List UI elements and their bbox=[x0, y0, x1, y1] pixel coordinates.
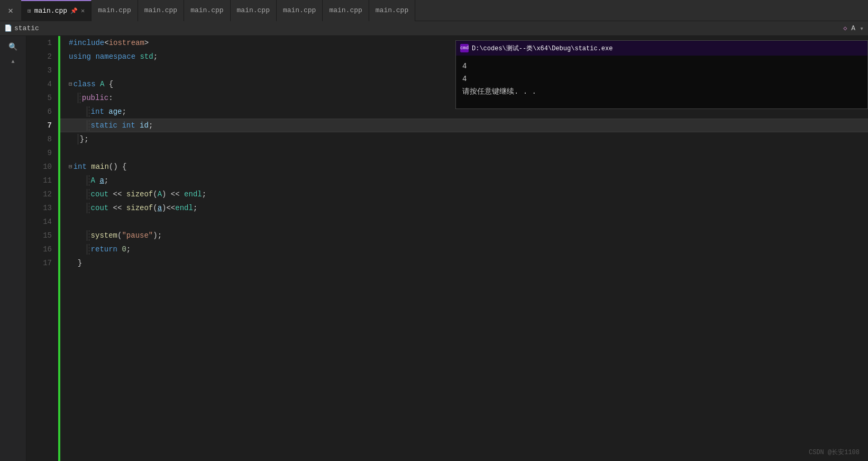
terminal-title: D:\codes\测试--类\x64\Debug\static.exe bbox=[472, 44, 613, 53]
indent-guide bbox=[87, 189, 88, 200]
indent-guide bbox=[78, 93, 79, 103]
close-all-button[interactable]: ✕ bbox=[0, 0, 21, 21]
tab-main-cpp-2[interactable]: main.cpp bbox=[92, 0, 138, 21]
indent-guide-2 bbox=[89, 230, 90, 241]
terminal-title-bar: cmd D:\codes\测试--类\x64\Debug\static.exe bbox=[456, 41, 867, 56]
watermark: CSDN @长安1108 bbox=[809, 448, 860, 457]
terminal-icon: cmd bbox=[460, 44, 469, 52]
tab-close-button[interactable]: ✕ bbox=[81, 7, 85, 15]
indent-guide-2 bbox=[80, 93, 81, 103]
tab-label: main.cpp bbox=[283, 6, 316, 14]
tab-label: main.cpp bbox=[329, 6, 362, 14]
tab-label: main.cpp bbox=[237, 6, 270, 14]
code-line-16: return 0; bbox=[60, 242, 868, 256]
code-line-10: ⊟int main() { bbox=[60, 160, 868, 174]
indent-guide bbox=[87, 106, 88, 117]
tab-main-cpp-4[interactable]: main.cpp bbox=[184, 0, 230, 21]
tab-main-cpp-active[interactable]: ⊞ main.cpp 📌 ✕ bbox=[21, 0, 92, 21]
breadcrumb-bar: 📄 static ◇ A ▾ bbox=[0, 21, 868, 36]
indent-guide-2 bbox=[89, 244, 90, 255]
tab-pin-icon: 📌 bbox=[70, 7, 78, 14]
tab-label: main.cpp bbox=[98, 6, 131, 14]
tab-main-cpp-5[interactable]: main.cpp bbox=[231, 0, 277, 21]
terminal-icon-text: cmd bbox=[460, 46, 469, 51]
indent-guide bbox=[78, 134, 79, 144]
terminal-output-line-1: 4 bbox=[462, 60, 861, 73]
code-line-9 bbox=[60, 146, 868, 160]
breadcrumb-file-icon: 📄 bbox=[4, 24, 12, 32]
code-line-8: }; bbox=[60, 132, 868, 146]
tab-main-cpp-7[interactable]: main.cpp bbox=[323, 0, 369, 21]
indent-guide bbox=[87, 120, 88, 131]
indent-guide-2 bbox=[89, 120, 90, 131]
code-editor[interactable]: #include<iostream> using namespace std; … bbox=[60, 36, 868, 461]
code-line-12: cout << sizeof(A) << endl; bbox=[60, 187, 868, 201]
tab-main-cpp-8[interactable]: main.cpp bbox=[369, 0, 415, 21]
terminal-window: cmd D:\codes\测试--类\x64\Debug\static.exe … bbox=[455, 40, 868, 109]
tab-main-cpp-6[interactable]: main.cpp bbox=[277, 0, 323, 21]
breadcrumb-dropdown-arrow[interactable]: ▾ bbox=[860, 24, 864, 33]
fold-icon-10[interactable]: ⊟ bbox=[69, 160, 72, 174]
code-line-14 bbox=[60, 215, 868, 229]
tab-label: main.cpp bbox=[34, 7, 67, 15]
tab-main-cpp-3[interactable]: main.cpp bbox=[138, 0, 184, 21]
editor-container: 🔍 ▲ 1 2 3 4 5 6 7 8 9 10 11 12 13 14 15 … bbox=[0, 36, 868, 461]
scroll-up-button[interactable]: ▲ bbox=[10, 58, 15, 66]
indent-guide-2 bbox=[89, 175, 90, 186]
line-numbers-gutter: 1 2 3 4 5 6 7 8 9 10 11 12 13 14 15 16 1… bbox=[26, 36, 58, 461]
breadcrumb-symbol-icon: ◇ bbox=[843, 24, 847, 32]
terminal-content: 4 4 请按任意键继续. . . bbox=[456, 56, 867, 109]
tab-bar: ✕ ⊞ main.cpp 📌 ✕ main.cpp main.cpp main.… bbox=[0, 0, 868, 21]
breadcrumb-symbol: A bbox=[851, 24, 855, 32]
indent-guide-2 bbox=[89, 203, 90, 213]
indent-guide bbox=[87, 230, 88, 241]
code-line-11: A a; bbox=[60, 174, 868, 187]
tab-file-icon: ⊞ bbox=[28, 7, 31, 14]
code-line-17: } bbox=[60, 256, 868, 270]
breadcrumb-path[interactable]: static bbox=[14, 24, 39, 32]
indent-guide-2 bbox=[89, 106, 90, 117]
code-line-7: static int id; bbox=[60, 119, 868, 132]
code-line-13: cout << sizeof(a)<<endl; bbox=[60, 201, 868, 215]
terminal-output-line-3: 请按任意键继续. . . bbox=[462, 85, 861, 98]
indent-guide bbox=[87, 175, 88, 186]
breadcrumb-symbol-section: ◇ A ▾ bbox=[843, 24, 864, 33]
tab-label: main.cpp bbox=[376, 6, 408, 14]
keyword: #include bbox=[69, 36, 104, 50]
terminal-output-line-2: 4 bbox=[462, 73, 861, 85]
fold-icon-4[interactable]: ⊟ bbox=[69, 77, 72, 91]
tab-label: main.cpp bbox=[144, 6, 177, 14]
code-line-15: system("pause"); bbox=[60, 229, 868, 242]
tab-label: main.cpp bbox=[190, 6, 223, 14]
indent-guide-2 bbox=[89, 189, 90, 200]
indent-guide bbox=[87, 203, 88, 213]
search-icon[interactable]: 🔍 bbox=[6, 40, 20, 53]
left-sidebar: 🔍 ▲ bbox=[0, 36, 26, 461]
indent-guide bbox=[87, 244, 88, 255]
